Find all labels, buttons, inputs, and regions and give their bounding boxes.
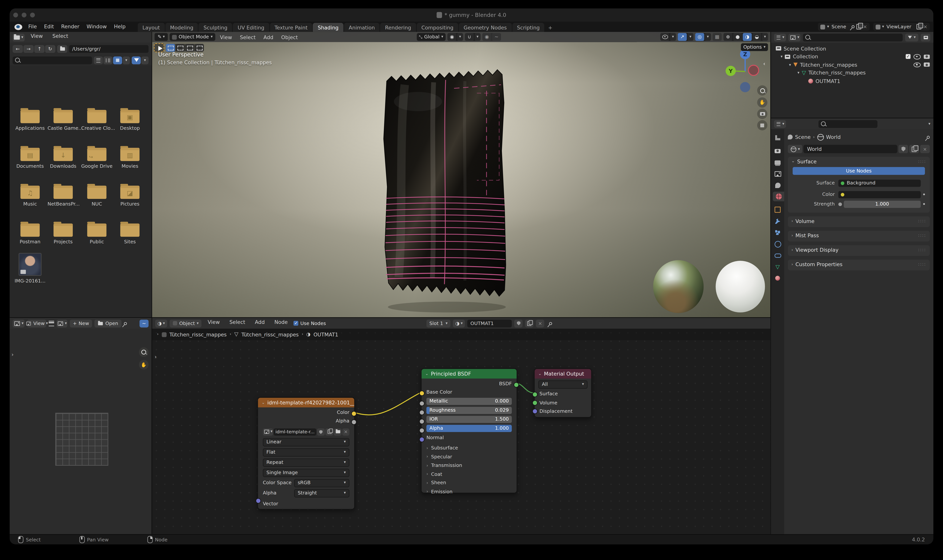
outliner-row-collection[interactable]: ▾ Collection ✓ bbox=[771, 52, 933, 61]
outliner-search-input[interactable] bbox=[803, 34, 903, 41]
folder-item[interactable]: ▣Desktop bbox=[114, 110, 146, 131]
pan-tool-button[interactable]: ✋ bbox=[757, 97, 767, 108]
ior-input-socket[interactable] bbox=[419, 419, 425, 424]
metallic-input-socket[interactable] bbox=[419, 401, 425, 406]
tab-geometry-nodes[interactable]: Geometry Nodes bbox=[459, 23, 512, 32]
pin-icon[interactable] bbox=[926, 135, 930, 139]
duplicate-image-button[interactable] bbox=[325, 428, 333, 435]
vector-input-socket[interactable] bbox=[256, 498, 261, 503]
material-output-node[interactable]: ⌄ Material Output All▾ Surface Volume Di… bbox=[534, 368, 592, 417]
fcurve-icon-button[interactable]: ~ bbox=[140, 319, 148, 327]
back-button[interactable]: ← bbox=[12, 45, 23, 52]
menu-window[interactable]: Window bbox=[83, 23, 110, 32]
use-nodes-checkbox[interactable]: ✓Use Nodes bbox=[294, 321, 326, 326]
color-swatch[interactable] bbox=[838, 191, 920, 198]
new-image-button[interactable]: +New bbox=[70, 319, 92, 327]
image-mode-dropdown[interactable]: View▾ bbox=[27, 319, 46, 327]
outliner-row-object[interactable]: ▾ ▼ Tütchen_rissc_mappes bbox=[771, 61, 933, 69]
file-search-input[interactable] bbox=[12, 56, 92, 64]
alpha-input-socket[interactable] bbox=[419, 428, 425, 433]
tab-texture-paint[interactable]: Texture Paint bbox=[270, 23, 312, 32]
tab-layout[interactable]: Layout bbox=[137, 23, 165, 32]
duplicate-material-button[interactable] bbox=[525, 319, 533, 327]
menu-file[interactable]: File bbox=[25, 23, 40, 32]
scene-name[interactable]: Scene bbox=[831, 24, 850, 29]
shading-chevron[interactable]: ▾ bbox=[762, 33, 768, 41]
active-tool-select-box[interactable] bbox=[154, 43, 164, 52]
color-space-dropdown[interactable]: sRGB▾ bbox=[294, 478, 349, 487]
file-browser-select-menu[interactable]: Select bbox=[49, 33, 72, 42]
animate-dot[interactable] bbox=[923, 203, 925, 205]
snap-target-button[interactable]: ◉ bbox=[448, 33, 456, 41]
tab-physics[interactable] bbox=[772, 239, 783, 249]
magnet-snap-button[interactable]: ∪ bbox=[465, 33, 474, 41]
tab-output[interactable] bbox=[772, 157, 783, 167]
menu-edit[interactable]: Edit bbox=[40, 23, 58, 32]
folder-item[interactable]: NetBeansPr... bbox=[48, 186, 79, 207]
shading-material-preview-button[interactable]: ◑ bbox=[743, 33, 752, 41]
snap-chevron[interactable]: ▾ bbox=[457, 33, 463, 41]
image-texture-node-header[interactable]: ⌄ idml-template-rf42027982-1001__1.p... bbox=[258, 398, 354, 408]
folder-item[interactable]: Postman bbox=[14, 223, 46, 245]
tab-render[interactable] bbox=[772, 146, 783, 156]
projection-dropdown[interactable]: Flat▾ bbox=[263, 448, 350, 456]
file-browser-view-menu[interactable]: View bbox=[27, 33, 46, 42]
viewport-display-panel[interactable]: ›Viewport Display:::: bbox=[788, 245, 930, 256]
toolbar-expand-arrow[interactable]: › bbox=[11, 351, 14, 357]
principled-node-header[interactable]: ⌄ Principled BSDF bbox=[422, 369, 516, 378]
unlink-material-button[interactable]: × bbox=[536, 319, 544, 327]
rendered-bag-object[interactable] bbox=[381, 67, 519, 317]
new-collection-button[interactable] bbox=[921, 34, 931, 41]
mode-dropdown[interactable]: Object Mode▾ bbox=[169, 33, 215, 41]
coat-section[interactable]: ›Coat bbox=[427, 470, 512, 478]
properties-search-input[interactable] bbox=[818, 120, 877, 128]
editor-type-file-browser[interactable]: ▾ bbox=[12, 34, 25, 41]
sidebar-collapse-arrow[interactable]: ‹ bbox=[763, 61, 765, 67]
material-browse-button[interactable]: ◑▾ bbox=[453, 319, 465, 327]
collapsed-menus-icon[interactable] bbox=[49, 321, 54, 326]
show-object-types-button[interactable] bbox=[660, 33, 669, 41]
menu-help[interactable]: Help bbox=[110, 23, 129, 32]
use-nodes-button[interactable]: Use Nodes bbox=[793, 167, 925, 175]
outliner-row-mesh-data[interactable]: ▾ ▽ Tütchen_rissc_mappes bbox=[771, 69, 933, 77]
display-list-vertical-button[interactable] bbox=[94, 56, 103, 64]
pan-tool-button[interactable]: ✋ bbox=[139, 360, 149, 370]
shading-rendered-button[interactable]: ◒ bbox=[752, 33, 761, 41]
folder-item[interactable]: ▤Documents bbox=[14, 148, 46, 169]
collapse-icon[interactable]: ⌄ bbox=[262, 401, 265, 405]
alpha-mode-dropdown[interactable]: Straight▾ bbox=[294, 489, 349, 497]
folder-item[interactable]: Castle Game... bbox=[48, 110, 79, 131]
output-target-dropdown[interactable]: All▾ bbox=[538, 380, 587, 388]
folder-item[interactable]: NUC bbox=[81, 186, 112, 207]
select-mode-extend-button[interactable] bbox=[176, 44, 185, 52]
zoom-tool-button[interactable] bbox=[139, 347, 149, 357]
fake-user-button[interactable] bbox=[317, 428, 325, 435]
new-folder-button[interactable] bbox=[57, 45, 68, 52]
tab-scripting[interactable]: Scripting bbox=[512, 23, 544, 32]
tab-data[interactable]: ▽ bbox=[772, 262, 783, 272]
tab-object[interactable] bbox=[772, 205, 783, 215]
select-mode-invert-button[interactable] bbox=[195, 44, 204, 52]
world-name-field[interactable]: World bbox=[803, 145, 897, 153]
image-browse-button[interactable]: ▾ bbox=[57, 319, 67, 327]
tab-modeling[interactable]: Modeling bbox=[165, 23, 198, 32]
normal-input-socket[interactable] bbox=[419, 437, 425, 442]
folder-item[interactable]: Applications bbox=[14, 110, 46, 131]
hide-eye-icon[interactable] bbox=[914, 62, 921, 67]
duplicate-datablock-button[interactable] bbox=[909, 145, 919, 153]
principled-bsdf-node[interactable]: ⌄ Principled BSDF BSDF Base Color Metall… bbox=[421, 368, 517, 493]
interpolation-dropdown[interactable]: Linear▾ bbox=[263, 438, 350, 446]
surface-value-dropdown[interactable]: Background bbox=[838, 179, 920, 186]
folder-item[interactable]: Public bbox=[81, 223, 112, 245]
outliner-row-scene-collection[interactable]: Scene Collection bbox=[771, 45, 933, 52]
transform-orientation-dropdown[interactable]: ⤡Global▾ bbox=[417, 33, 446, 41]
emission-section[interactable]: ›Emission bbox=[427, 488, 512, 495]
shader-node-menu[interactable]: Node bbox=[271, 319, 291, 328]
viewport-editor[interactable]: ✎▾ Object Mode▾ View Select Add Object ⤡… bbox=[152, 32, 770, 317]
gizmo-x-axis[interactable] bbox=[748, 65, 759, 75]
tab-material[interactable] bbox=[772, 273, 783, 283]
tab-world[interactable] bbox=[773, 192, 784, 202]
material-output-header[interactable]: ⌄ Material Output bbox=[535, 369, 591, 378]
folder-item[interactable]: Projects bbox=[48, 223, 79, 245]
chevron-right-icon[interactable]: › bbox=[157, 332, 159, 337]
